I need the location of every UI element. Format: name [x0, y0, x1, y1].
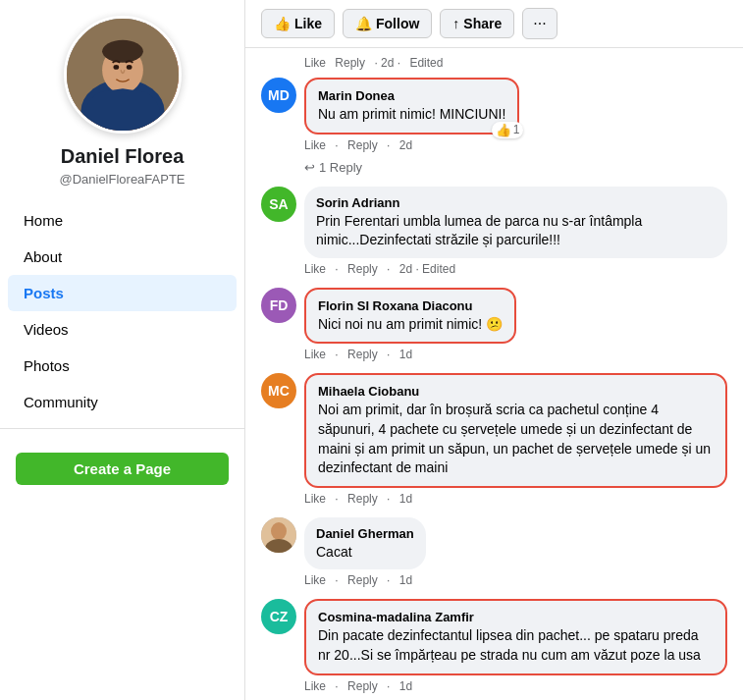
meta-time: 2d · Edited	[399, 262, 455, 276]
like-icon: 👍	[274, 16, 291, 31]
meta-reply[interactable]: Reply	[347, 262, 378, 276]
meta-reply[interactable]: Reply	[347, 679, 378, 693]
meta-reply[interactable]: Reply	[347, 573, 378, 587]
meta-reply[interactable]: Reply	[335, 56, 365, 70]
comment-author[interactable]: Daniel Gherman	[316, 526, 414, 541]
reaction-count: 1	[513, 123, 520, 136]
meta-time: 1d	[399, 573, 412, 587]
avatar: SA	[261, 187, 296, 222]
reply-section: ↩ 1 Reply	[261, 160, 727, 175]
comment-author[interactable]: Florin SI Roxana Diaconu	[318, 298, 472, 313]
meta-reply[interactable]: Reply	[347, 348, 378, 361]
meta-edited: Edited	[409, 56, 443, 70]
svg-point-10	[271, 522, 287, 540]
comment-author[interactable]: Cosmina-madalina Zamfir	[318, 610, 474, 624]
meta-like[interactable]: Like	[304, 679, 326, 693]
comment-group-daniel-gherman: Daniel Gherman Cacat Like · Reply · 1d	[261, 517, 727, 588]
meta-sep: ·	[335, 679, 338, 693]
comment-text: Nici noi nu am primit nimic! 😕	[318, 315, 503, 335]
reply-arrow-icon: ↩	[304, 160, 315, 175]
meta-sep: ·	[387, 348, 390, 361]
meta-sep: ·	[387, 262, 390, 276]
meta-like[interactable]: Like	[304, 573, 326, 587]
comment-meta: Like · Reply · 1d	[261, 573, 727, 587]
comment-meta: Like · Reply · 1d	[261, 348, 727, 361]
svg-point-6	[102, 40, 143, 63]
comment-meta-line-top: Like Reply · 2d · Edited	[261, 56, 727, 70]
share-label: Share	[463, 16, 502, 31]
share-icon: ↑	[452, 16, 459, 31]
create-page-button[interactable]: Create a Page	[16, 453, 229, 485]
sidebar-item-about[interactable]: About	[8, 239, 237, 275]
comment-bubble: Daniel Gherman Cacat	[304, 517, 426, 570]
follow-icon: 🔔	[355, 16, 372, 31]
profile-name: Daniel Florea	[61, 145, 185, 168]
comment-group-mihaela: MC Mihaela Ciobanu Noi am primit, dar în…	[261, 373, 727, 505]
meta-reply[interactable]: Reply	[347, 492, 378, 506]
avatar: FD	[261, 288, 296, 323]
comment-item: MC Mihaela Ciobanu Noi am primit, dar în…	[261, 373, 727, 487]
comment-meta: Like · Reply · 1d	[261, 492, 727, 506]
comment-item: MD Marin Donea Nu am primit nimic! MINCI…	[261, 78, 727, 135]
comment-meta: Like · Reply · 2d · Edited	[261, 262, 727, 276]
more-icon: ···	[533, 15, 546, 31]
comment-bubble: Marin Donea Nu am primit nimic! MINCIUNI…	[304, 78, 519, 135]
svg-point-7	[113, 65, 119, 70]
meta-sep: ·	[335, 138, 338, 152]
sidebar-item-community[interactable]: Community	[8, 384, 237, 420]
more-options-button[interactable]: ···	[522, 8, 557, 39]
comments-area: Like Reply · 2d · Edited MD Marin Donea …	[245, 48, 743, 700]
avatar: MC	[261, 373, 296, 408]
meta-time: · 2d ·	[374, 56, 400, 70]
meta-like[interactable]: Like	[304, 138, 326, 152]
reply-toggle[interactable]: ↩ 1 Reply	[304, 160, 727, 175]
profile-avatar	[64, 16, 182, 134]
meta-like[interactable]: Like	[304, 492, 326, 506]
comment-bubble: Florin SI Roxana Diaconu Nici noi nu am …	[304, 288, 516, 345]
meta-sep: ·	[335, 492, 338, 506]
avatar: CZ	[261, 599, 296, 634]
comment-author[interactable]: Marin Donea	[318, 88, 395, 103]
comment-text: Cacat	[316, 543, 414, 563]
sidebar-item-posts[interactable]: Posts	[8, 275, 237, 311]
comment-group-sorin: SA Sorin Adriann Prin Ferentari umbla lu…	[261, 187, 727, 276]
follow-label: Follow	[376, 16, 419, 31]
comment-text: Nu am primit nimic! MINCIUNI!	[318, 105, 505, 125]
avatar: MD	[261, 78, 296, 113]
meta-like[interactable]: Like	[304, 262, 326, 276]
meta-sep: ·	[387, 573, 390, 587]
meta-sep: ·	[387, 138, 390, 152]
comment-author[interactable]: Sorin Adriann	[316, 195, 399, 210]
comment-item: CZ Cosmina-madalina Zamfir Din pacate de…	[261, 599, 727, 674]
main-content: 👍 Like 🔔 Follow ↑ Share ··· Like Reply ·…	[245, 0, 743, 700]
meta-sep: ·	[387, 492, 390, 506]
reply-count: 1 Reply	[319, 160, 362, 175]
sidebar-divider	[0, 428, 244, 429]
like-reaction-icon: 👍	[496, 123, 511, 137]
comment-text: Prin Ferentari umbla lumea de parca nu s…	[316, 212, 716, 250]
sidebar-item-photos[interactable]: Photos	[8, 348, 237, 384]
follow-button[interactable]: 🔔 Follow	[343, 9, 432, 38]
meta-like[interactable]: Like	[304, 56, 326, 70]
share-button[interactable]: ↑ Share	[440, 9, 514, 38]
meta-like[interactable]: Like	[304, 348, 326, 361]
comment-group-marin-donea: MD Marin Donea Nu am primit nimic! MINCI…	[261, 78, 727, 175]
sidebar-navigation: Home About Posts Videos Photos Community	[0, 202, 244, 420]
action-bar: 👍 Like 🔔 Follow ↑ Share ···	[245, 0, 743, 48]
avatar-image	[67, 19, 179, 131]
profile-handle: @DanielFloreaFAPTE	[59, 172, 185, 187]
sidebar-item-videos[interactable]: Videos	[8, 311, 237, 348]
meta-reply[interactable]: Reply	[347, 138, 378, 152]
comment-author[interactable]: Mihaela Ciobanu	[318, 384, 419, 399]
avatar	[261, 517, 296, 553]
svg-point-8	[126, 65, 132, 70]
meta-sep: ·	[387, 679, 390, 693]
sidebar: Daniel Florea @DanielFloreaFAPTE Home Ab…	[0, 0, 245, 700]
like-button[interactable]: 👍 Like	[261, 9, 335, 38]
comment-bubble: Cosmina-madalina Zamfir Din pacate dezin…	[304, 599, 727, 674]
comment-item: SA Sorin Adriann Prin Ferentari umbla lu…	[261, 187, 727, 258]
meta-sep: ·	[335, 262, 338, 276]
meta-sep: ·	[335, 573, 338, 587]
comment-group-cosmina: CZ Cosmina-madalina Zamfir Din pacate de…	[261, 599, 727, 692]
sidebar-item-home[interactable]: Home	[8, 202, 237, 239]
